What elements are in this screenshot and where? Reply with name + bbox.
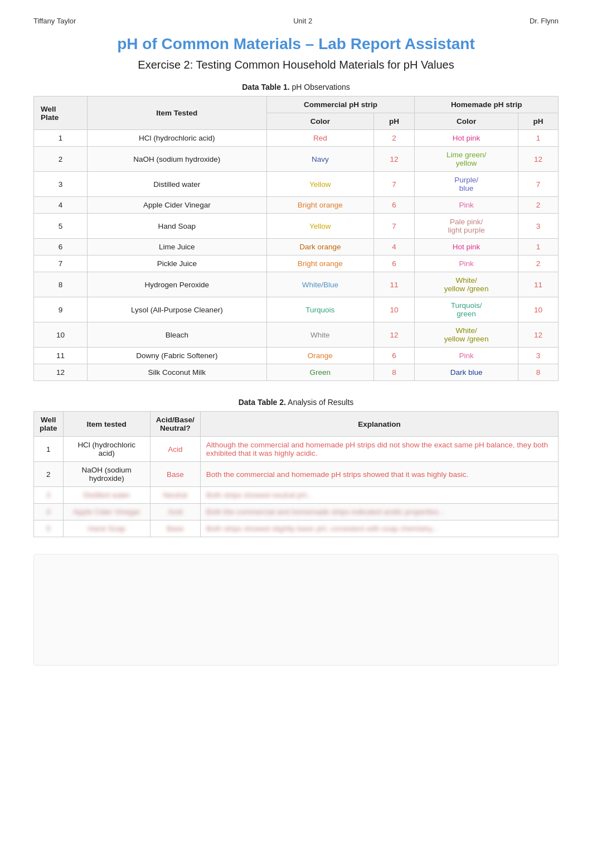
item-name: NaOH (sodium hydroxide) <box>87 147 266 172</box>
home-color: Purple/blue <box>415 172 518 197</box>
table2-row: 4Apple Cider VinegarAcidBoth the commerc… <box>34 504 559 520</box>
item-tested-t2: HCl (hydrochloric acid) <box>63 437 150 462</box>
document-header: Tiffany Taylor Unit 2 Dr. Flynn <box>33 17 559 25</box>
item-name: Bleach <box>87 322 266 348</box>
table1-row: 5Hand SoapYellow7Pale pink/light purple3 <box>34 214 559 239</box>
table1: WellPlate Item Tested Commercial pH stri… <box>33 96 559 381</box>
item-name: Silk Coconut Milk <box>87 364 266 381</box>
home-ph: 1 <box>518 239 558 255</box>
table2-row: 1HCl (hydrochloric acid)AcidAlthough the… <box>34 437 559 462</box>
table1-row: 1HCl (hydrochloric acid)Red2Hot pink1 <box>34 130 559 147</box>
table2-row: 5Hand SoapBaseBoth strips showed slightl… <box>34 520 559 537</box>
home-ph: 1 <box>518 130 558 147</box>
home-color: White/yellow /green <box>415 272 518 297</box>
well-number: 4 <box>34 197 88 214</box>
comm-ph: 12 <box>373 147 414 172</box>
well-number: 1 <box>34 130 88 147</box>
table2-header-row: Wellplate Item tested Acid/Base/Neutral?… <box>34 412 559 437</box>
col-commercial-header: Commercial pH strip <box>266 97 414 113</box>
item-tested-t2: Apple Cider Vinegar <box>63 504 150 520</box>
table2-title-bold: Data Table 2. <box>239 398 286 407</box>
comm-ph: 8 <box>373 364 414 381</box>
col-homemade-header: Homemade pH strip <box>415 97 559 113</box>
table1-row: 3Distilled waterYellow7Purple/blue7 <box>34 172 559 197</box>
comm-color: Bright orange <box>266 197 373 214</box>
comm-color: Bright orange <box>266 255 373 272</box>
well-number: 7 <box>34 255 88 272</box>
comm-ph: 2 <box>373 130 414 147</box>
comm-ph: 7 <box>373 172 414 197</box>
col-well-plate: WellPlate <box>34 97 88 130</box>
table1-title: Data Table 1. pH Observations <box>33 83 559 91</box>
well-plate-t2: 1 <box>34 437 64 462</box>
teacher-name: Dr. Flynn <box>530 17 559 25</box>
well-number: 10 <box>34 322 88 348</box>
well-number: 2 <box>34 147 88 172</box>
acid-base-t2: Base <box>150 520 200 537</box>
table1-row: 7Pickle JuiceBright orange6Pink2 <box>34 255 559 272</box>
col-explanation-t2: Explanation <box>200 412 558 437</box>
comm-ph: 6 <box>373 348 414 364</box>
home-ph: 2 <box>518 197 558 214</box>
item-name: HCl (hydrochloric acid) <box>87 130 266 147</box>
home-ph: 7 <box>518 172 558 197</box>
explanation-t2: Both strips showed neutral pH... <box>200 487 558 504</box>
table1-row: 10BleachWhite12White/yellow /green12 <box>34 322 559 348</box>
comm-color: Green <box>266 364 373 381</box>
col-comm-ph: pH <box>373 113 414 130</box>
table2-title-rest: Analysis of Results <box>286 398 353 407</box>
acid-base-t2: Neutral <box>150 487 200 504</box>
item-name: Hydrogen Peroxide <box>87 272 266 297</box>
item-name: Distilled water <box>87 172 266 197</box>
student-name: Tiffany Taylor <box>33 17 76 25</box>
unit-label: Unit 2 <box>293 17 312 25</box>
col-item-tested: Item Tested <box>87 97 266 130</box>
acid-base-t2: Acid <box>150 504 200 520</box>
home-ph: 12 <box>518 147 558 172</box>
comm-ph: 10 <box>373 297 414 322</box>
table1-row: 4Apple Cider VinegarBright orange6Pink2 <box>34 197 559 214</box>
explanation-t2: Both strips showed slightly basic pH, co… <box>200 520 558 537</box>
comm-ph: 4 <box>373 239 414 255</box>
table1-row: 8Hydrogen PeroxideWhite/Blue11White/yell… <box>34 272 559 297</box>
item-name: Pickle Juice <box>87 255 266 272</box>
comm-color: Yellow <box>266 214 373 239</box>
main-title: pH of Common Materials – Lab Report Assi… <box>33 35 559 53</box>
item-name: Lysol (All-Purpose Cleaner) <box>87 297 266 322</box>
item-name: Hand Soap <box>87 214 266 239</box>
item-tested-t2: Distilled water <box>63 487 150 504</box>
home-color: Lime green/yellow <box>415 147 518 172</box>
home-ph: 2 <box>518 255 558 272</box>
home-color: Pale pink/light purple <box>415 214 518 239</box>
acid-base-t2: Base <box>150 462 200 487</box>
table1-header-row1: WellPlate Item Tested Commercial pH stri… <box>34 97 559 113</box>
home-color: Pink <box>415 255 518 272</box>
table1-row: 12Silk Coconut MilkGreen8Dark blue8 <box>34 364 559 381</box>
home-color: Hot pink <box>415 130 518 147</box>
table2: Wellplate Item tested Acid/Base/Neutral?… <box>33 411 559 537</box>
table1-row: 6Lime JuiceDark orange4Hot pink1 <box>34 239 559 255</box>
acid-base-t2: Acid <box>150 437 200 462</box>
home-color: White/yellow /green <box>415 322 518 348</box>
comm-ph: 7 <box>373 214 414 239</box>
well-plate-t2: 3 <box>34 487 64 504</box>
explanation-t2: Although the commercial and homemade pH … <box>200 437 558 462</box>
comm-ph: 6 <box>373 197 414 214</box>
home-ph: 12 <box>518 322 558 348</box>
well-number: 6 <box>34 239 88 255</box>
item-tested-t2: Hand Soap <box>63 520 150 537</box>
comm-color: White <box>266 322 373 348</box>
well-plate-t2: 2 <box>34 462 64 487</box>
explanation-t2: Both the commercial and homemade strips … <box>200 504 558 520</box>
comm-ph: 12 <box>373 322 414 348</box>
table2-row: 3Distilled waterNeutralBoth strips showe… <box>34 487 559 504</box>
table1-row: 11Downy (Fabric Softener)Orange6Pink3 <box>34 348 559 364</box>
home-color: Dark blue <box>415 364 518 381</box>
comm-color: Navy <box>266 147 373 172</box>
home-color: Pink <box>415 197 518 214</box>
well-plate-t2: 4 <box>34 504 64 520</box>
table1-title-bold: Data Table 1. <box>242 83 289 91</box>
home-ph: 8 <box>518 364 558 381</box>
col-home-color: Color <box>415 113 518 130</box>
comm-color: Turquois <box>266 297 373 322</box>
